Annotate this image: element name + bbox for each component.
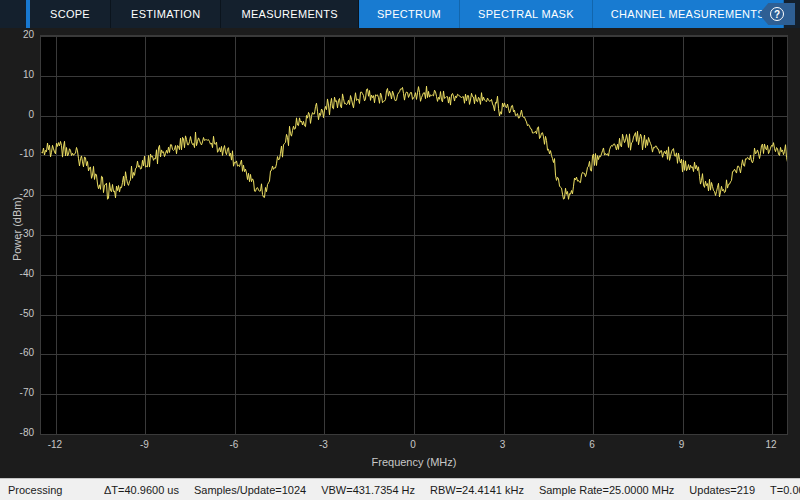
y-tick-label: -20: [0, 188, 34, 200]
status-bar: Processing ΔT=40.9600 us Samples/Update=…: [0, 478, 800, 500]
y-tick-label: -50: [0, 308, 34, 320]
x-tick-label: 12: [756, 439, 786, 450]
spectrum-canvas[interactable]: [41, 36, 787, 434]
status-time: T=0.00: [770, 484, 800, 496]
y-tick-label: -70: [0, 387, 34, 399]
measurement-tab-group: SPECTRUM SPECTRAL MASK CHANNEL MEASUREME…: [359, 0, 784, 28]
help-icon: ?: [770, 7, 784, 21]
y-tick-label: -80: [0, 427, 34, 439]
x-tick-label: -12: [40, 439, 70, 450]
status-samples-per-update: Samples/Update=1024: [194, 484, 306, 496]
plot-area: Power (dBm) Frequency (MHz) 20100-10-20-…: [0, 28, 800, 478]
y-tick-label: 10: [0, 69, 34, 81]
status-sample-rate: Sample Rate=25.0000 MHz: [539, 484, 674, 496]
x-tick-label: 3: [488, 439, 518, 450]
x-tick-label: -3: [308, 439, 338, 450]
y-tick-label: -40: [0, 268, 34, 280]
tab-measurements[interactable]: MEASUREMENTS: [221, 0, 359, 28]
tab-scope[interactable]: SCOPE: [30, 0, 111, 28]
x-tick-label: 0: [398, 439, 428, 450]
x-tick-label: -9: [129, 439, 159, 450]
status-vbw: VBW=431.7354 Hz: [321, 484, 415, 496]
status-delta-t: ΔT=40.9600 us: [104, 484, 179, 496]
status-rbw: RBW=24.4141 kHz: [430, 484, 524, 496]
tab-channel-measurements[interactable]: CHANNEL MEASUREMENTS: [593, 0, 784, 28]
status-updates: Updates=219: [689, 484, 755, 496]
x-tick-label: 6: [577, 439, 607, 450]
tab-spectral-mask[interactable]: SPECTRAL MASK: [460, 0, 593, 28]
y-tick-label: -30: [0, 228, 34, 240]
spectrum-analyzer-window: SCOPE ESTIMATION MEASUREMENTS SPECTRUM S…: [0, 0, 800, 500]
x-tick-label: -6: [219, 439, 249, 450]
status-stats: ΔT=40.9600 us Samples/Update=1024 VBW=43…: [104, 484, 800, 496]
tab-spectrum[interactable]: SPECTRUM: [359, 0, 460, 28]
status-state: Processing: [8, 484, 104, 496]
axes[interactable]: [40, 35, 788, 435]
y-tick-label: -10: [0, 148, 34, 160]
y-tick-label: 20: [0, 29, 34, 41]
y-tick-label: 0: [0, 109, 34, 121]
x-tick-label: 9: [667, 439, 697, 450]
y-tick-label: -60: [0, 347, 34, 359]
toolstrip-tabbar: SCOPE ESTIMATION MEASUREMENTS SPECTRUM S…: [0, 0, 800, 28]
tab-estimation[interactable]: ESTIMATION: [111, 0, 221, 28]
x-axis-label: Frequency (MHz): [40, 456, 788, 468]
